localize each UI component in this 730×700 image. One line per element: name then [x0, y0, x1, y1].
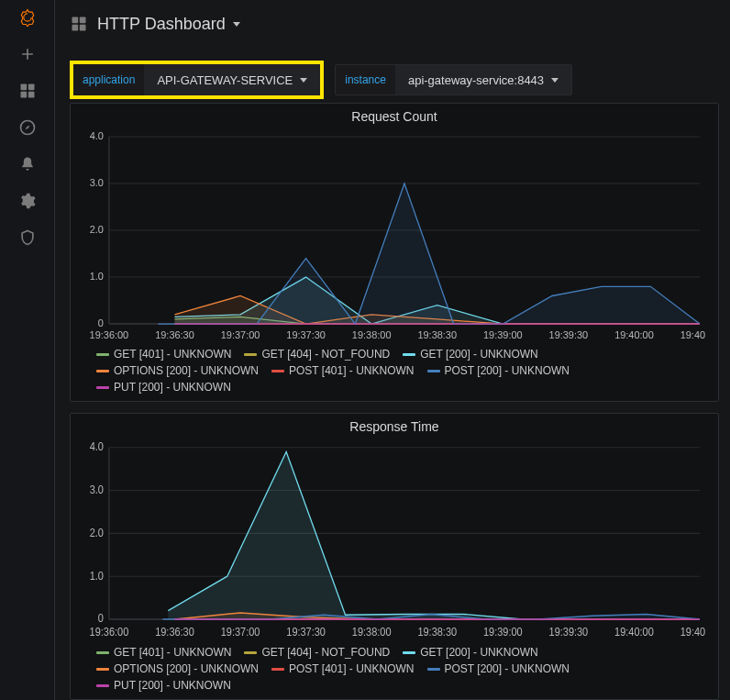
svg-text:2.0: 2.0	[90, 224, 104, 235]
legend-item[interactable]: OPTIONS [200] - UNKNOWN	[96, 364, 259, 377]
svg-rect-3	[28, 92, 34, 98]
svg-text:19:39:00: 19:39:00	[483, 626, 523, 639]
legend-item[interactable]: POST [401] - UNKNOWN	[271, 364, 414, 377]
legend-item[interactable]: GET [401] - UNKNOWN	[96, 348, 231, 361]
legend-label: OPTIONS [200] - UNKNOWN	[114, 662, 259, 675]
alert-icon[interactable]	[17, 154, 38, 174]
explore-icon[interactable]	[17, 117, 38, 138]
legend-label: GET [200] - UNKNOWN	[420, 646, 537, 659]
svg-text:19:39:00: 19:39:00	[483, 329, 523, 340]
svg-text:19:37:30: 19:37:30	[286, 329, 326, 340]
variable-label: application	[73, 64, 144, 95]
svg-text:1.0: 1.0	[90, 569, 105, 582]
legend-item[interactable]: POST [401] - UNKNOWN	[271, 662, 414, 675]
dashboards-icon[interactable]	[17, 81, 38, 101]
variable-value[interactable]: API-GATEWAY-SERVICE	[144, 64, 320, 95]
chevron-down-icon	[551, 78, 559, 83]
svg-text:4.0: 4.0	[90, 131, 104, 141]
variable-value[interactable]: api-gateway-service:8443	[395, 65, 571, 94]
svg-text:19:40:00: 19:40:00	[614, 329, 654, 340]
svg-text:19:36:00: 19:36:00	[90, 329, 129, 340]
shield-icon[interactable]	[17, 228, 38, 248]
chart[interactable]: 01.02.03.04.019:36:0019:36:3019:37:0019:…	[71, 438, 718, 642]
svg-text:3.0: 3.0	[90, 177, 104, 188]
legend-swatch	[96, 353, 109, 356]
svg-text:19:36:00: 19:36:00	[90, 626, 129, 639]
main: Request Count01.02.03.04.019:36:0019:36:…	[70, 103, 719, 700]
legend-label: PUT [200] - UNKNOWN	[114, 679, 231, 692]
legend-label: POST [200] - UNKNOWN	[445, 662, 570, 675]
legend-swatch	[427, 668, 440, 671]
topbar: HTTP Dashboard	[55, 0, 730, 48]
legend-item[interactable]: GET [200] - UNKNOWN	[403, 646, 537, 659]
legend-item[interactable]: GET [404] - NOT_FOUND	[244, 646, 390, 659]
dashboard-title-dropdown[interactable]: HTTP Dashboard	[97, 15, 240, 34]
legend-swatch	[244, 353, 257, 356]
svg-text:19:38:30: 19:38:30	[417, 329, 457, 340]
svg-rect-2	[20, 92, 27, 98]
plus-icon[interactable]	[17, 44, 38, 64]
panel-title[interactable]: Request Count	[71, 104, 718, 128]
svg-text:19:36:30: 19:36:30	[155, 626, 194, 639]
legend-swatch	[96, 651, 109, 654]
legend-swatch	[96, 668, 109, 671]
svg-rect-0	[20, 84, 27, 91]
legend-label: POST [401] - UNKNOWN	[289, 364, 414, 377]
legend-label: GET [404] - NOT_FOUND	[261, 646, 390, 659]
legend-item[interactable]: PUT [200] - UNKNOWN	[96, 381, 231, 394]
legend-item[interactable]: GET [404] - NOT_FOUND	[244, 348, 390, 361]
svg-rect-7	[72, 25, 79, 31]
svg-text:19:39:30: 19:39:30	[549, 329, 589, 340]
svg-rect-6	[80, 17, 86, 24]
legend-label: GET [200] - UNKNOWN	[420, 348, 537, 361]
legend-label: POST [200] - UNKNOWN	[445, 364, 570, 377]
variable-label: instance	[336, 65, 395, 94]
legend-swatch	[271, 668, 284, 671]
legend-item[interactable]: POST [200] - UNKNOWN	[427, 364, 570, 377]
svg-text:19:40:30: 19:40:30	[680, 626, 705, 639]
legend-item[interactable]: PUT [200] - UNKNOWN	[96, 679, 231, 692]
dashboard-icon	[70, 15, 88, 33]
legend-label: GET [401] - UNKNOWN	[114, 646, 231, 659]
svg-text:19:38:30: 19:38:30	[417, 626, 457, 639]
chevron-down-icon	[300, 78, 307, 83]
svg-text:19:38:00: 19:38:00	[352, 329, 392, 340]
legend-swatch	[96, 370, 109, 372]
legend-swatch	[96, 684, 109, 687]
svg-text:0: 0	[98, 612, 105, 625]
legend: GET [401] - UNKNOWNGET [404] - NOT_FOUND…	[71, 344, 718, 395]
legend-swatch	[271, 370, 284, 372]
variable-select-instance[interactable]: instanceapi-gateway-service:8443	[335, 64, 572, 95]
panel-response-time: Response Time01.02.03.04.019:36:0019:36:…	[70, 413, 719, 700]
svg-text:2.0: 2.0	[90, 526, 105, 539]
legend-label: POST [401] - UNKNOWN	[289, 662, 414, 675]
svg-text:4.0: 4.0	[90, 441, 105, 452]
variable-select-application[interactable]: applicationAPI-GATEWAY-SERVICE	[70, 61, 324, 99]
dashboard-title: HTTP Dashboard	[97, 15, 226, 34]
svg-text:19:37:00: 19:37:00	[221, 329, 260, 340]
chevron-down-icon	[233, 22, 240, 27]
svg-text:19:37:00: 19:37:00	[221, 626, 260, 639]
legend-item[interactable]: OPTIONS [200] - UNKNOWN	[96, 662, 259, 675]
legend-label: GET [401] - UNKNOWN	[114, 348, 231, 361]
svg-text:19:37:30: 19:37:30	[286, 626, 326, 639]
svg-text:19:36:30: 19:36:30	[155, 329, 194, 340]
svg-text:0: 0	[98, 317, 104, 328]
svg-text:19:39:30: 19:39:30	[549, 626, 589, 639]
legend-label: OPTIONS [200] - UNKNOWN	[114, 364, 259, 377]
svg-rect-1	[28, 84, 34, 91]
legend-item[interactable]: GET [200] - UNKNOWN	[403, 348, 537, 361]
panel-title[interactable]: Response Time	[71, 414, 718, 438]
chart[interactable]: 01.02.03.04.019:36:0019:36:3019:37:0019:…	[71, 128, 718, 344]
legend-item[interactable]: GET [401] - UNKNOWN	[96, 646, 231, 659]
legend-item[interactable]: POST [200] - UNKNOWN	[427, 662, 570, 675]
configuration-icon[interactable]	[17, 191, 38, 211]
legend-label: PUT [200] - UNKNOWN	[114, 381, 231, 394]
logo-icon[interactable]	[17, 7, 38, 28]
variable-bar: applicationAPI-GATEWAY-SERVICEinstanceap…	[70, 57, 719, 103]
legend-swatch	[403, 651, 415, 654]
legend-swatch	[403, 353, 415, 356]
svg-text:19:40:30: 19:40:30	[680, 329, 705, 340]
legend-swatch	[427, 370, 440, 372]
svg-rect-5	[72, 17, 79, 24]
